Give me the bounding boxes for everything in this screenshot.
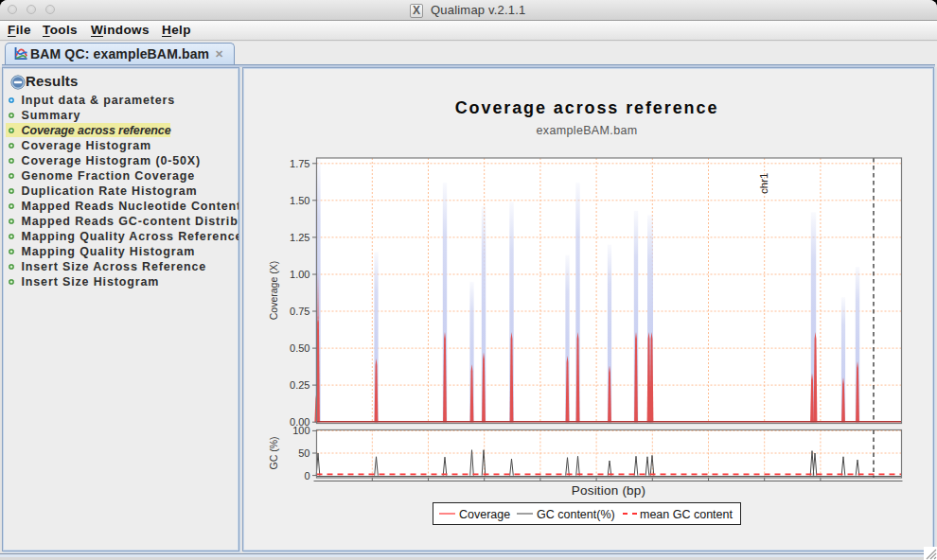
svg-text:0.75: 0.75 [290,306,309,317]
svg-text:1.50: 1.50 [290,195,309,206]
svg-text:0.25: 0.25 [290,379,309,391]
svg-text:Coverage across reference: Coverage across reference [455,98,719,117]
svg-text:50: 50 [298,447,309,459]
svg-text:Position (bp): Position (bp) [572,483,645,498]
svg-text:100: 100 [292,425,309,436]
svg-text:GC content(%): GC content(%) [537,508,615,521]
svg-text:GC (%): GC (%) [268,437,279,470]
svg-text:chr1: chr1 [758,173,769,194]
svg-text:0.50: 0.50 [290,342,309,354]
svg-text:mean GC content: mean GC content [640,508,733,521]
svg-text:1.25: 1.25 [290,232,309,243]
svg-text:0: 0 [304,470,309,481]
svg-text:exampleBAM.bam: exampleBAM.bam [536,124,637,137]
svg-text:1.75: 1.75 [290,158,309,169]
svg-text:Coverage (X): Coverage (X) [268,261,279,320]
svg-text:Coverage: Coverage [459,508,510,521]
svg-text:1.00: 1.00 [290,269,309,280]
